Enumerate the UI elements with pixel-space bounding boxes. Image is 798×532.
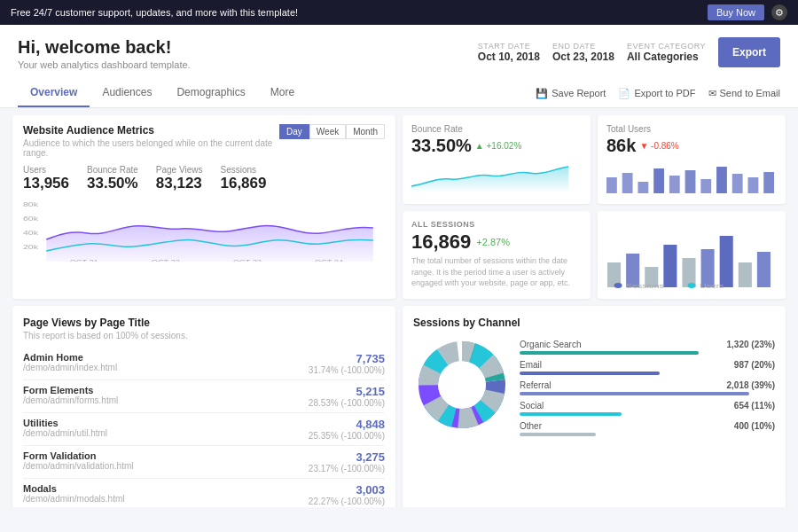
svg-point-28 <box>614 283 622 288</box>
metrics-card-sub: Audience to which the users belonged whi… <box>23 138 279 158</box>
svg-point-30 <box>687 283 695 288</box>
event-cat-value: All Categories <box>627 51 706 63</box>
svg-rect-18 <box>763 172 774 193</box>
list-item: Form Validation/demo/admin/validation.ht… <box>23 446 385 479</box>
tab-demographics[interactable]: Demographics <box>164 79 257 107</box>
end-date-field[interactable]: END DATE Oct 23, 2018 <box>552 42 614 63</box>
page-views-list: Admin Home/demo/admin/index.html 7,73531… <box>23 348 385 507</box>
nav-tabs: Overview Audiences Demographics More 💾 S… <box>18 79 780 107</box>
day-button[interactable]: Day <box>279 124 309 139</box>
tab-audiences[interactable]: Audiences <box>90 79 164 107</box>
bounce-rate-chart <box>411 160 582 195</box>
buy-now-button[interactable]: Buy Now <box>708 4 764 20</box>
event-category-field[interactable]: EVENT CATEGORY All Categories <box>627 42 706 63</box>
top-bar: Free 24/7 customer support, updates, and… <box>0 0 798 25</box>
svg-text:60k: 60k <box>23 215 38 223</box>
audience-metrics-card: Website Audience Metrics Audience to whi… <box>12 115 395 299</box>
svg-rect-25 <box>720 236 733 287</box>
svg-rect-10 <box>638 182 648 193</box>
save-icon: 💾 <box>536 88 548 99</box>
donut-chart <box>413 336 511 442</box>
all-sessions-label: ALL SESSIONS <box>411 220 582 229</box>
page-views-sub: This report is based on 100% of sessions… <box>23 331 385 340</box>
start-date-value: Oct 10, 2018 <box>478 51 540 63</box>
svg-point-37 <box>439 362 485 408</box>
list-item: Admin Home/demo/admin/index.html 7,73531… <box>23 348 385 380</box>
send-email-action[interactable]: ✉ Send to Email <box>708 88 780 99</box>
channel-other: Other400 (10%) <box>520 421 775 436</box>
page-subtitle: Your web analytics dashboard template. <box>18 59 191 70</box>
email-icon: ✉ <box>708 88 716 99</box>
list-item: Modals/demo/admin/modals.html 3,00322.27… <box>23 479 385 507</box>
svg-rect-14 <box>700 179 711 193</box>
tab-more[interactable]: More <box>258 79 307 107</box>
channel-social: Social654 (11%) <box>520 401 775 416</box>
page-title: Hi, welcome back! <box>18 37 191 58</box>
channel-organic: Organic Search1,320 (23%) <box>520 340 775 355</box>
export-pdf-label: Export to PDF <box>634 88 695 98</box>
svg-text:OCT 21: OCT 21 <box>70 259 99 262</box>
bounce-rate-change: ▲ +16.02% <box>475 141 521 151</box>
svg-rect-9 <box>622 173 633 193</box>
total-users-change: ▼ -0.86% <box>639 141 678 151</box>
svg-rect-13 <box>685 170 696 193</box>
svg-rect-16 <box>732 174 743 193</box>
all-sessions-card: ALL SESSIONS 16,869 +2.87% The total num… <box>403 211 591 299</box>
svg-rect-23 <box>682 258 695 287</box>
total-users-value: 86k <box>606 136 636 156</box>
svg-text:Sessions: Sessions <box>626 283 664 290</box>
total-users-chart <box>606 160 777 195</box>
svg-text:Users: Users <box>700 283 724 290</box>
all-sessions-change: +2.87% <box>476 237 510 247</box>
total-users-card: Total Users 86k ▼ -0.86% <box>598 115 786 204</box>
list-item: Utilities/demo/admin/util.html 4,84825.3… <box>23 413 385 446</box>
svg-text:OCT 24: OCT 24 <box>315 259 344 262</box>
channel-list: Organic Search1,320 (23%) Email987 (20%)… <box>520 336 775 442</box>
channel-email: Email987 (20%) <box>520 360 775 375</box>
channel-referral: Referral2,018 (39%) <box>520 380 775 395</box>
export-pdf-action[interactable]: 📄 Export to PDF <box>618 88 695 99</box>
audience-chart: 80k 60k 40k 20k OCT 21 OCT 22 OCT 23 O <box>23 200 385 262</box>
svg-rect-8 <box>606 177 617 193</box>
metric-bounce: Bounce Rate 33.50% <box>87 165 138 192</box>
svg-rect-27 <box>757 252 771 287</box>
metric-users: Users 13,956 <box>23 165 69 192</box>
metric-sessions: Sessions 16,869 <box>220 165 266 192</box>
svg-rect-22 <box>663 245 677 287</box>
svg-text:OCT 22: OCT 22 <box>152 259 181 262</box>
event-cat-label: EVENT CATEGORY <box>627 42 706 51</box>
end-date-label: END DATE <box>552 42 614 51</box>
header: Hi, welcome back! Your web analytics das… <box>0 25 798 108</box>
save-report-action[interactable]: 💾 Save Report <box>536 88 606 99</box>
svg-text:80k: 80k <box>23 200 38 208</box>
svg-text:40k: 40k <box>23 229 38 237</box>
bounce-rate-value: 33.50% <box>411 136 472 156</box>
metric-pageviews: Page Views 83,123 <box>156 165 203 192</box>
sessions-bar-chart: Sessions Users <box>598 211 786 299</box>
all-sessions-value: 16,869 <box>411 231 471 254</box>
month-button[interactable]: Month <box>346 124 385 139</box>
all-sessions-desc: The total number of sessions within the … <box>411 255 582 289</box>
svg-text:OCT 23: OCT 23 <box>233 259 262 262</box>
send-email-label: Send to Email <box>720 88 780 98</box>
week-button[interactable]: Week <box>309 124 346 139</box>
settings-icon[interactable]: ⚙ <box>771 4 787 20</box>
svg-rect-24 <box>701 249 715 287</box>
svg-rect-12 <box>669 176 680 193</box>
svg-text:20k: 20k <box>23 243 38 251</box>
svg-rect-15 <box>716 167 727 193</box>
sessions-channel-title: Sessions by Channel <box>413 317 775 329</box>
start-date-field[interactable]: START DATE Oct 10, 2018 <box>478 42 540 63</box>
export-button[interactable]: Export <box>718 37 780 67</box>
page-views-title: Page Views by Page Title <box>23 317 385 329</box>
bounce-rate-card: Bounce Rate 33.50% ▲ +16.02% <box>403 115 591 204</box>
svg-rect-26 <box>739 262 752 287</box>
metrics-card-title: Website Audience Metrics <box>23 124 279 137</box>
pdf-icon: 📄 <box>618 88 630 99</box>
svg-rect-17 <box>748 177 759 193</box>
top-bar-message: Free 24/7 customer support, updates, and… <box>11 7 298 18</box>
tab-overview[interactable]: Overview <box>18 79 90 107</box>
svg-rect-11 <box>653 168 664 193</box>
end-date-value: Oct 23, 2018 <box>552 51 614 63</box>
sessions-channel-card: Sessions by Channel <box>403 306 786 507</box>
